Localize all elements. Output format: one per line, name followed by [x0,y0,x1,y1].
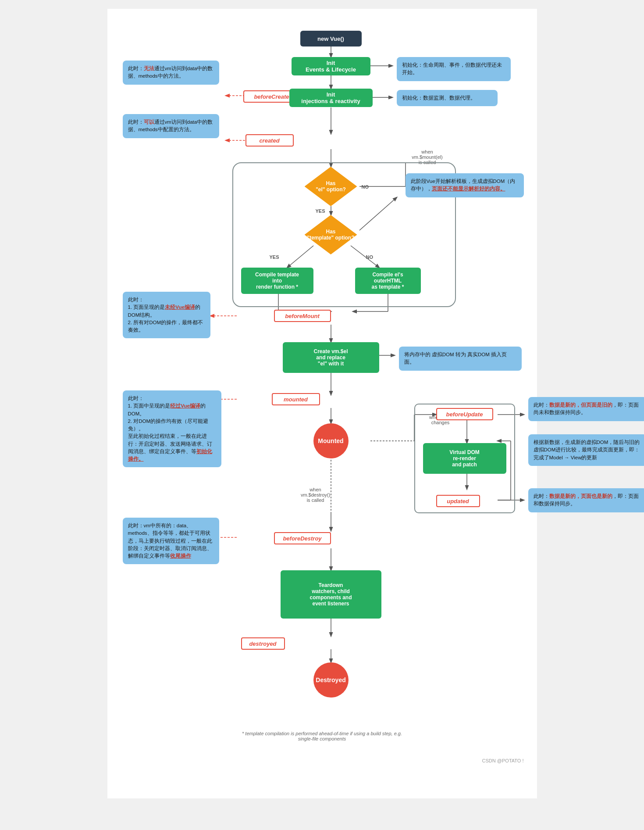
mounted-info-box: 此时：1. 页面中呈现的是经过Vue编译的DOM。2. 对DOM的操作均有效（尽… [123,390,221,467]
before-destroy-hook: beforeDestroy [274,532,331,544]
before-update-info-box: 此时：数据是新的，但页面是旧的，即：页面尚未和数据保持同步。 [528,397,644,421]
destroyed-circle: Destroyed [313,662,349,698]
watermark: CSDN @POTATO ! [482,758,524,763]
create-vm-info-box: 将内存中的 虚拟DOM 转为 真实DOM 插入页面。 [399,347,522,371]
created-hook: created [246,134,294,147]
when-vm-destroy-label: whenvm.$destroy()is called [294,487,338,503]
mounted-circle: Mounted [313,423,349,458]
init-injections-info-box: 初始化：数据监测、数据代理。 [397,90,498,106]
init-events-info-box: 初始化：生命周期、事件，但数据代理还未开始。 [397,57,511,81]
teardown-node: Teardown watchers, child components and … [281,570,381,619]
init-injections-node: Init injections & reactivity [289,89,373,107]
before-update-hook: beforeUpdate [436,408,493,420]
footnote: * template compilation is performed ahea… [235,731,410,741]
before-create-info-box: 此时：无法通过vm访问到data中的数据、methods中的方法。 [123,61,219,85]
flowchart: new Vue() Init Events & Lifecycle before… [116,22,528,768]
mounted-hook: mounted [272,393,320,405]
virtual-dom-node: Virtual DOM re-render and patch [423,443,506,474]
before-mount-hook: beforeMount [274,310,331,322]
create-vm-node: Create vm.$el and replace "el" with it [283,342,379,373]
created-info-box: 此时：可以通过vm访问到data中的数据、methods中配置的方法。 [123,114,219,138]
has-template-info-box: 此阶段Vue开始解析模板，生成虚拟DOM（内存中），页面还不能显示解析好的内容。 [406,173,524,197]
page: new Vue() Init Events & Lifecycle before… [107,9,537,798]
updated-hook: updated [436,495,480,507]
destroyed-hook: destroyed [241,637,285,650]
updated-info-box: 此时：数据是新的，页面也是新的，即：页面和数据保持同步。 [528,488,644,512]
before-mount-info-box: 此时：1. 页面呈现的是未经Vue编译的DOM结构。2. 所有对DOM的操作，最… [123,292,210,338]
updated-process-info-box: 根据新数据，生成新的虚拟DOM，随后与旧的虚拟DOM进行比较，最终完成页面更新，… [528,434,644,466]
init-events-node: Init Events & Lifecycle [292,57,370,75]
new-vue-node: new Vue() [300,31,362,47]
before-destroy-info-box: 此时：vm中所有的：data、methods、指令等等，都处于可用状态，马上要执… [123,518,219,564]
